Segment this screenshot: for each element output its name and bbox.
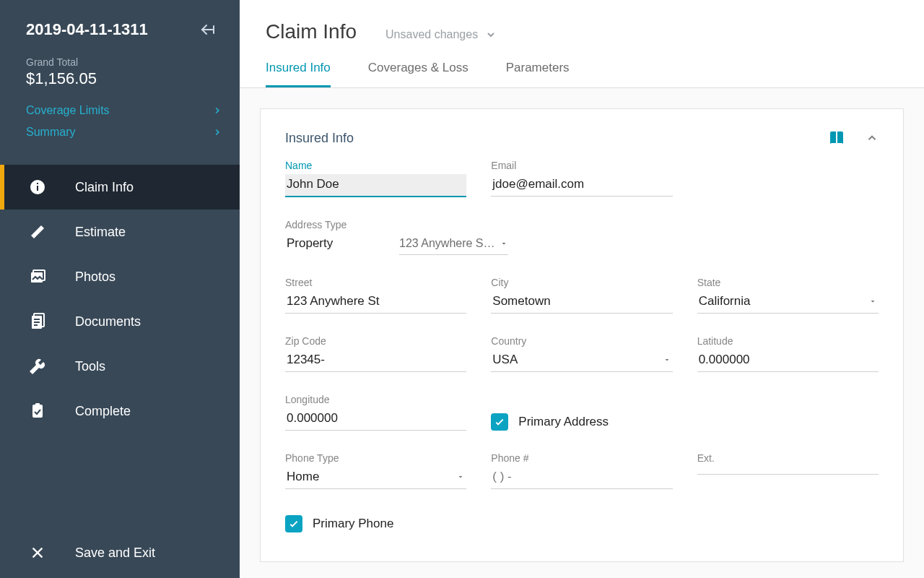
chevron-right-icon [212,127,222,137]
primary-phone-checkbox[interactable] [285,515,302,532]
nav-estimate[interactable]: Estimate [0,210,240,254]
main: Claim Info Unsaved changes Insured Info … [240,0,924,578]
save-and-exit-button[interactable]: Save and Exit [0,527,240,578]
address-type-value: Property [285,233,379,255]
page-title: Claim Info [266,20,357,43]
link-coverage-limits[interactable]: Coverage Limits [26,100,222,121]
link-summary[interactable]: Summary [26,121,222,143]
nav-documents[interactable]: Documents [0,299,240,344]
svg-rect-4 [37,183,38,184]
nav-documents-label: Documents [75,314,141,329]
state-label: State [697,277,879,288]
photos-icon [23,268,52,285]
address-picker-value: 123 Anywhere S… [399,237,495,250]
collapse-icon[interactable] [866,131,879,144]
pencil-ruler-icon [23,223,52,241]
topbar: Claim Info Unsaved changes Insured Info … [240,0,924,88]
save-and-exit-label: Save and Exit [75,545,155,561]
field-email: Email jdoe@email.com [491,160,672,197]
latitude-input[interactable]: 0.000000 [697,350,879,372]
claim-id: 2019-04-11-1311 [26,20,148,39]
nav-tools[interactable]: Tools [0,344,240,389]
unsaved-changes-label: Unsaved changes [385,28,478,41]
field-phone: Phone # ( ) - [491,452,672,489]
primary-phone-checkbox-row: Primary Phone [285,515,879,532]
tab-coverages-loss[interactable]: Coverages & Loss [368,61,468,87]
longitude-input[interactable]: 0.000000 [285,408,466,431]
field-name: Name John Doe [285,160,466,197]
field-address-type: Address Type Property [285,219,379,255]
sidebar: 2019-04-11-1311 Grand Total $1,156.05 Co… [0,0,240,578]
primary-address-checkbox[interactable] [491,413,508,431]
card-title: Insured Info [285,131,354,146]
nav-complete-label: Complete [75,404,131,419]
chevron-right-icon [212,105,222,116]
address-picker[interactable]: 123 Anywhere S… [399,237,508,255]
clipboard-check-icon [23,402,52,420]
phone-input[interactable]: ( ) - [491,467,672,489]
field-street: Street 123 Anywhere St [285,277,466,314]
name-input[interactable]: John Doe [285,174,466,197]
nav-photos-label: Photos [75,269,116,285]
info-icon [23,178,52,196]
field-phone-type: Phone Type Home [285,452,466,489]
link-summary-label: Summary [26,126,75,139]
insured-info-card: Insured Info Name John Doe Emai [260,108,904,562]
svg-rect-12 [32,405,43,418]
nav-claim-info-label: Claim Info [75,180,134,195]
latitude-label: Latitude [697,335,879,347]
address-type-label: Address Type [285,219,379,230]
street-label: Street [285,277,466,288]
zip-label: Zip Code [285,335,466,347]
wrench-icon [23,358,52,375]
city-label: City [491,277,672,288]
close-icon [23,545,52,561]
nav-tools-label: Tools [75,359,105,374]
caret-down-icon [868,297,877,306]
unsaved-changes-dropdown[interactable]: Unsaved changes [385,28,497,41]
ext-label: Ext. [697,452,879,464]
tab-parameters[interactable]: Parameters [506,61,570,87]
street-input[interactable]: 123 Anywhere St [285,291,466,314]
sidebar-nav: Claim Info Estimate Photos Documents Too… [0,165,240,434]
field-ext: Ext. [697,452,879,489]
zip-input[interactable]: 12345- [285,350,466,372]
primary-address-checkbox-row: Primary Address [491,413,609,431]
field-country: Country USA [491,335,672,372]
caret-down-icon [663,355,671,364]
caret-down-icon [456,473,465,481]
svg-rect-3 [37,186,38,191]
tab-insured-info[interactable]: Insured Info [266,61,331,87]
phone-type-value: Home [287,470,319,484]
link-coverage-limits-label: Coverage Limits [26,104,110,117]
city-input[interactable]: Sometown [491,291,672,314]
nav-photos[interactable]: Photos [0,254,240,299]
chevron-down-icon [485,29,497,40]
nav-complete[interactable]: Complete [0,389,240,434]
svg-rect-13 [35,403,40,406]
country-value: USA [492,353,518,367]
phone-type-select[interactable]: Home [285,467,466,489]
back-icon[interactable] [199,21,217,38]
name-label: Name [285,160,466,171]
state-value: California [699,294,751,309]
primary-address-label: Primary Address [518,415,609,429]
field-state: State California [697,277,879,314]
field-longitude: Longitude 0.000000 [285,394,466,431]
longitude-label: Longitude [285,394,466,405]
phone-label: Phone # [491,452,672,464]
phone-type-label: Phone Type [285,452,466,464]
field-zip: Zip Code 12345- [285,335,466,372]
field-latitude: Latitude 0.000000 [697,335,879,372]
country-select[interactable]: USA [491,350,672,372]
nav-claim-info[interactable]: Claim Info [0,165,240,210]
primary-phone-label: Primary Phone [313,517,393,531]
nav-estimate-label: Estimate [75,225,126,240]
email-label: Email [491,160,672,171]
grand-total-label: Grand Total [26,56,214,68]
state-select[interactable]: California [697,291,879,314]
grand-total-value: $1,156.05 [26,69,214,88]
address-book-icon[interactable] [828,129,845,147]
email-input[interactable]: jdoe@email.com [491,174,672,197]
ext-input[interactable] [697,467,879,475]
